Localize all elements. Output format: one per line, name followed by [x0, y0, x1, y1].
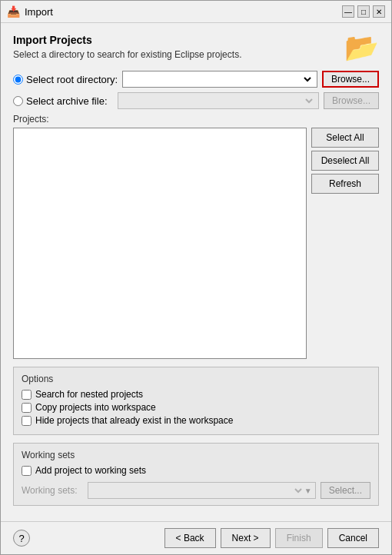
archive-file-select [121, 95, 315, 107]
title-bar-controls: — □ ✕ [342, 5, 385, 18]
import-dialog: 📥 Import — □ ✕ Import Projects Select a … [0, 0, 392, 555]
working-sets-combo-row: Working sets: ▼ Select... [22, 482, 370, 499]
nested-projects-row: Search for nested projects [22, 389, 370, 400]
help-button[interactable]: ? [13, 530, 30, 547]
copy-projects-checkbox[interactable] [22, 403, 32, 413]
root-directory-text: Select root directory: [26, 74, 118, 85]
archive-file-row: Select archive file: Browse... [13, 92, 379, 109]
back-button[interactable]: < Back [164, 528, 216, 548]
finish-button: Finish [275, 528, 323, 548]
cancel-button[interactable]: Cancel [327, 528, 379, 548]
projects-list[interactable] [13, 128, 307, 359]
copy-projects-label[interactable]: Copy projects into workspace [35, 402, 156, 413]
window-body: Import Projects Select a directory to se… [1, 23, 391, 521]
select-all-button[interactable]: Select All [311, 128, 379, 148]
hide-projects-checkbox[interactable] [22, 416, 32, 426]
page-title: Import Projects [13, 34, 241, 46]
working-sets-label: Working sets: [22, 485, 83, 496]
options-section: Options Search for nested projects Copy … [13, 367, 379, 435]
working-sets-combo: ▼ [88, 482, 316, 499]
page-header-text: Import Projects Select a directory to se… [13, 34, 241, 60]
working-sets-section: Working sets Add project to working sets… [13, 443, 379, 506]
dialog-footer: ? < Back Next > Finish Cancel [1, 521, 391, 554]
projects-buttons: Select All Deselect All Refresh [311, 128, 379, 359]
browse-archive-button: Browse... [324, 92, 379, 109]
nested-projects-label[interactable]: Search for nested projects [35, 389, 143, 400]
archive-file-radio[interactable] [13, 96, 23, 106]
archive-file-combo [118, 92, 319, 109]
root-directory-radio[interactable] [13, 75, 23, 85]
combo-arrow-icon: ▼ [304, 487, 312, 495]
projects-label: Projects: [13, 114, 379, 125]
copy-projects-row: Copy projects into workspace [22, 402, 370, 413]
root-directory-combo[interactable] [122, 71, 317, 88]
refresh-button[interactable]: Refresh [311, 174, 379, 194]
select-working-sets-button: Select... [321, 482, 370, 499]
maximize-button[interactable]: □ [357, 5, 370, 18]
add-to-working-sets-row: Add project to working sets [22, 465, 370, 476]
working-sets-title: Working sets [22, 450, 370, 460]
minimize-button[interactable]: — [342, 5, 354, 18]
next-button[interactable]: Next > [221, 528, 271, 548]
nested-projects-checkbox[interactable] [22, 390, 32, 400]
footer-left: ? [13, 530, 30, 547]
deselect-all-button[interactable]: Deselect All [311, 151, 379, 171]
projects-area: Select All Deselect All Refresh [13, 128, 379, 359]
hide-projects-label[interactable]: Hide projects that already exist in the … [35, 415, 233, 426]
archive-file-text: Select archive file: [26, 95, 108, 107]
root-directory-row: Select root directory: Browse... [13, 71, 379, 88]
footer-right: < Back Next > Finish Cancel [164, 528, 379, 548]
window-icon: 📥 [7, 5, 20, 18]
options-title: Options [22, 374, 370, 384]
browse-root-button[interactable]: Browse... [322, 71, 379, 88]
window-title: Import [25, 6, 53, 18]
folder-icon: 📂 [344, 34, 379, 61]
add-to-working-sets-label[interactable]: Add project to working sets [35, 465, 146, 476]
title-bar: 📥 Import — □ ✕ [1, 1, 391, 23]
page-subtitle: Select a directory to search for existin… [13, 49, 241, 60]
page-header: Import Projects Select a directory to se… [13, 34, 379, 61]
close-button[interactable]: ✕ [373, 5, 385, 18]
archive-file-label[interactable]: Select archive file: [13, 95, 113, 107]
title-bar-left: 📥 Import [7, 5, 53, 18]
root-directory-label[interactable]: Select root directory: [13, 74, 118, 85]
hide-projects-row: Hide projects that already exist in the … [22, 415, 370, 426]
working-sets-select [91, 484, 304, 497]
add-to-working-sets-checkbox[interactable] [22, 466, 32, 476]
root-directory-select[interactable] [126, 73, 314, 85]
